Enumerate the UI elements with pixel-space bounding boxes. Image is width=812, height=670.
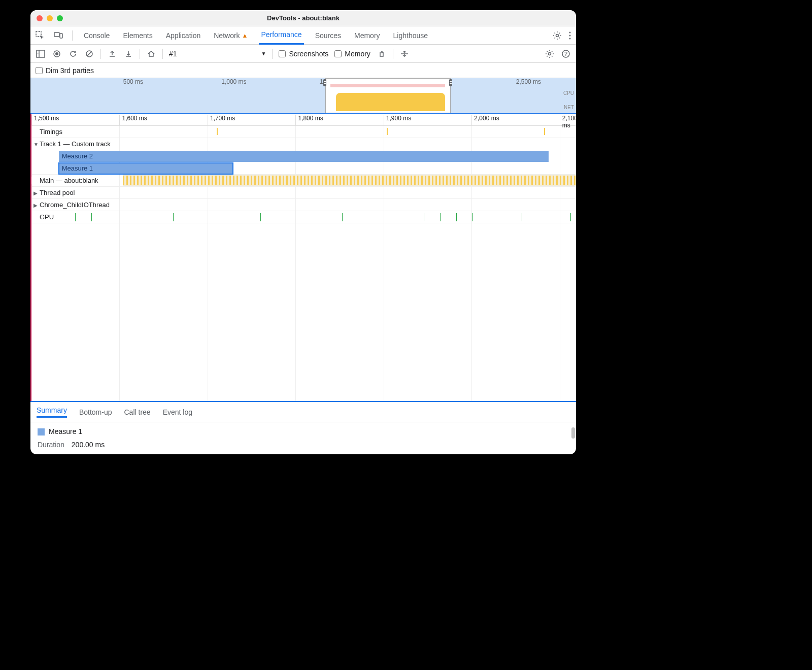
device-toolbar-icon[interactable] xyxy=(54,31,63,40)
track-gpu[interactable]: GPU xyxy=(31,211,576,223)
tab-elements[interactable]: Elements xyxy=(121,31,154,40)
svg-point-6 xyxy=(569,38,571,39)
main-tab-bar: Console Elements Application Network▲ Pe… xyxy=(30,26,576,45)
reload-icon[interactable] xyxy=(68,49,78,59)
details-tab-call-tree[interactable]: Call tree xyxy=(124,408,151,416)
track-custom-1-header[interactable]: ▼ Track 1 — Custom track xyxy=(31,138,576,150)
track-timings[interactable]: Timings xyxy=(31,126,576,138)
gpu-tick xyxy=(472,213,473,221)
shortcuts-icon[interactable] xyxy=(399,49,410,59)
gpu-tick xyxy=(260,213,261,221)
ruler-tick: 1,800 ms xyxy=(295,115,323,126)
timeline-overview[interactable]: 500 ms1,000 ms1,500 ms2,000 ms2,500 ms C… xyxy=(30,78,576,114)
dim-3rd-parties-checkbox[interactable]: Dim 3rd parties xyxy=(36,66,94,75)
tab-lighthouse[interactable]: Lighthouse xyxy=(391,31,430,40)
options-bar: Dim 3rd parties xyxy=(30,63,576,78)
color-swatch xyxy=(38,428,45,436)
help-icon[interactable]: ? xyxy=(561,49,571,59)
settings-icon[interactable] xyxy=(553,31,562,40)
separator xyxy=(393,49,393,59)
svg-point-3 xyxy=(556,34,559,37)
ruler-tick: 2,000 ms xyxy=(471,115,499,126)
scrollbar-thumb[interactable] xyxy=(571,427,575,439)
timing-marker xyxy=(544,128,545,135)
gpu-tick xyxy=(342,213,343,221)
details-tab-bottom-up[interactable]: Bottom-up xyxy=(79,408,112,416)
ruler-tick: 1,700 ms xyxy=(208,115,235,126)
tab-application[interactable]: Application xyxy=(164,31,203,40)
window-title: DevTools - about:blank xyxy=(267,14,340,22)
measure-2[interactable]: Measure 2 xyxy=(59,151,549,162)
screenshots-checkbox[interactable]: Screenshots xyxy=(279,50,328,58)
tab-memory[interactable]: Memory xyxy=(352,31,382,40)
overview-tick: 500 ms xyxy=(123,78,143,85)
overview-tick: 1,000 ms xyxy=(221,78,246,85)
capture-settings-icon[interactable] xyxy=(545,49,555,59)
separator xyxy=(100,49,101,59)
recording-selector[interactable]: #1 ▼ xyxy=(169,50,266,58)
gpu-tick xyxy=(173,213,174,221)
overview-handle-left[interactable] xyxy=(323,79,326,86)
track-main[interactable]: ▶ Main — about:blank xyxy=(31,175,576,187)
record-icon[interactable] xyxy=(52,49,62,59)
overview-handle-right[interactable] xyxy=(449,79,452,86)
upload-icon[interactable] xyxy=(107,49,117,59)
tab-sources[interactable]: Sources xyxy=(313,31,343,40)
toggle-sidebar-icon[interactable] xyxy=(36,49,46,59)
gpu-tick xyxy=(75,213,76,221)
track-child-io[interactable]: ▶ Chrome_ChildIOThread xyxy=(31,199,576,211)
more-icon[interactable] xyxy=(569,31,571,40)
tab-console[interactable]: Console xyxy=(82,31,112,40)
clear-icon[interactable] xyxy=(84,49,94,59)
separator xyxy=(272,49,273,59)
separator xyxy=(72,30,73,41)
memory-checkbox[interactable]: Memory xyxy=(334,50,370,58)
measure-1[interactable]: Measure 1 xyxy=(59,163,233,174)
tab-network[interactable]: Network▲ xyxy=(212,31,250,40)
home-icon[interactable] xyxy=(146,49,156,59)
gpu-tick xyxy=(456,213,457,221)
timeline-ruler: 1,500 ms1,600 ms1,700 ms1,800 ms1,900 ms… xyxy=(31,114,576,126)
track-thread-pool[interactable]: ▶ Thread pool xyxy=(31,187,576,199)
details-tab-summary[interactable]: Summary xyxy=(37,406,67,418)
timing-marker xyxy=(217,128,218,135)
details-tabs: Summary Bottom-up Call tree Event log xyxy=(30,402,576,422)
measure-row-2: Measure 2 xyxy=(31,150,576,162)
gpu-tick xyxy=(570,213,571,221)
titlebar: DevTools - about:blank xyxy=(30,10,576,26)
tab-performance[interactable]: Performance xyxy=(259,26,303,45)
dropdown-icon: ▼ xyxy=(261,51,266,56)
ruler-tick: 2,100 ms xyxy=(560,115,576,126)
traffic-lights xyxy=(37,15,63,21)
duration-value: 200.00 ms xyxy=(72,441,105,449)
inspect-element-icon[interactable] xyxy=(36,31,45,40)
flame-chart[interactable]: 1,500 ms1,600 ms1,700 ms1,800 ms1,900 ms… xyxy=(30,114,576,401)
timing-marker xyxy=(387,128,388,135)
performance-toolbar: #1 ▼ Screenshots Memory ? xyxy=(30,45,576,63)
close-window-button[interactable] xyxy=(37,15,43,21)
duration-row: Duration 200.00 ms xyxy=(38,441,569,449)
download-icon[interactable] xyxy=(123,49,133,59)
devtools-window: DevTools - about:blank Console Elements … xyxy=(30,10,576,454)
selected-item-name: Measure 1 xyxy=(38,427,569,436)
separator xyxy=(162,49,163,59)
details-pane: Summary Bottom-up Call tree Event log Me… xyxy=(30,401,576,454)
ruler-tick: 1,600 ms xyxy=(119,115,147,126)
gpu-tick xyxy=(522,213,522,221)
details-body: Measure 1 Duration 200.00 ms xyxy=(30,422,576,454)
svg-text:?: ? xyxy=(564,51,567,57)
warning-icon: ▲ xyxy=(242,32,248,39)
details-tab-event-log[interactable]: Event log xyxy=(163,408,192,416)
overview-tick: 2,500 ms xyxy=(516,78,541,85)
minimize-window-button[interactable] xyxy=(47,15,53,21)
gc-icon[interactable] xyxy=(377,49,387,59)
svg-point-11 xyxy=(549,52,551,55)
svg-point-5 xyxy=(569,35,571,36)
gpu-tick xyxy=(91,213,92,221)
recording-name: #1 xyxy=(169,50,177,58)
svg-point-9 xyxy=(55,52,58,55)
svg-point-4 xyxy=(569,31,571,33)
maximize-window-button[interactable] xyxy=(57,15,63,21)
ruler-tick: 1,900 ms xyxy=(384,115,411,126)
ruler-tick: 1,500 ms xyxy=(31,115,59,126)
